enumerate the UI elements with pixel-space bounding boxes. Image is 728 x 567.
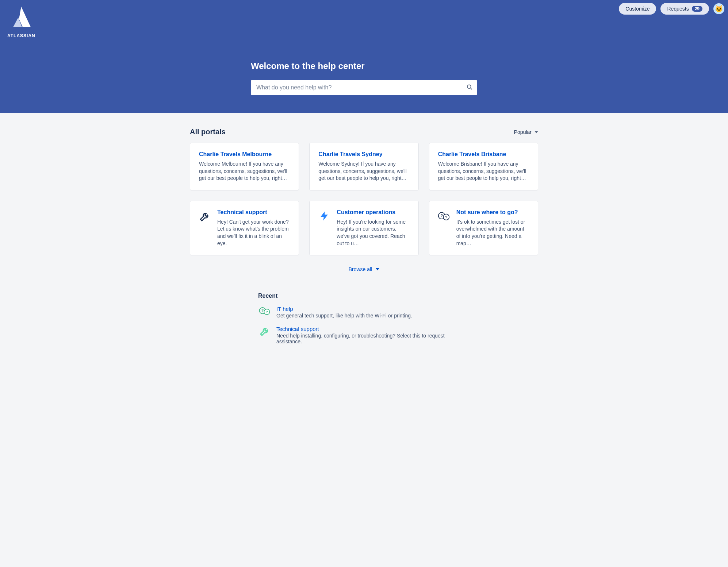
customize-button[interactable]: Customize [619, 3, 656, 15]
portal-card-customer-operations[interactable]: Customer operations Hey! If you're looki… [309, 201, 418, 255]
wrench-icon [198, 211, 211, 222]
hero-banner: ATLASSIAN Customize Requests 29 🐱 Welcom… [0, 0, 728, 113]
wrench-icon [258, 326, 271, 337]
recent-item-technical-support[interactable]: Technical support Need help installing, … [258, 326, 470, 344]
browse-all-button[interactable]: Browse all [349, 266, 380, 272]
sort-dropdown[interactable]: Popular [514, 129, 538, 135]
portal-card-desc: Hey! Can't get your work done? Let us kn… [217, 219, 291, 247]
brand-logo-block: ATLASSIAN [7, 5, 35, 38]
recent-section: Recent ? ? IT help Get general tech supp… [258, 293, 470, 344]
portal-card-desc: Welcome Melbourne! If you have any quest… [199, 161, 290, 182]
search-icon [466, 84, 473, 92]
portal-card-title: Technical support [217, 209, 291, 216]
portal-card-title: Customer operations [337, 209, 410, 216]
svg-text:?: ? [445, 215, 447, 219]
recent-heading: Recent [258, 293, 470, 299]
requests-button[interactable]: Requests 29 [660, 3, 709, 15]
question-bubbles-icon: ? ? [258, 306, 271, 317]
browse-all-row: Browse all [190, 266, 538, 272]
svg-line-1 [471, 88, 472, 89]
header-actions: Customize Requests 29 🐱 [619, 3, 724, 15]
requests-button-label: Requests [667, 6, 689, 12]
brand-name: ATLASSIAN [7, 33, 35, 38]
portal-card-title: Charlie Travels Brisbane [438, 151, 529, 158]
main-content: All portals Popular Charlie Travels Melb… [187, 113, 541, 366]
svg-text:?: ? [266, 310, 268, 314]
portals-heading: All portals [190, 128, 226, 136]
portal-card-desc: Welcome Sydney! If you have any question… [318, 161, 409, 182]
page-title: Welcome to the help center [251, 61, 477, 71]
recent-item-desc: Need help installing, configuring, or tr… [276, 333, 470, 344]
atlassian-logo-icon [9, 5, 34, 31]
portal-card-not-sure[interactable]: ? ? Not sure where to go? It's ok to som… [429, 201, 538, 255]
portal-card-desc: It's ok to sometimes get lost or overwhe… [456, 219, 530, 247]
customize-button-label: Customize [625, 6, 650, 12]
browse-all-label: Browse all [349, 266, 372, 272]
portal-card-title: Not sure where to go? [456, 209, 530, 216]
portal-card-technical-support[interactable]: Technical support Hey! Can't get your wo… [190, 201, 299, 255]
recent-item-title: Technical support [276, 326, 470, 332]
user-avatar[interactable]: 🐱 [713, 3, 724, 14]
search-box [251, 80, 477, 95]
recent-item-it-help[interactable]: ? ? IT help Get general tech support, li… [258, 306, 470, 319]
recent-item-title: IT help [276, 306, 412, 312]
question-bubbles-icon: ? ? [437, 211, 451, 222]
portals-grid: Charlie Travels Melbourne Welcome Melbou… [190, 143, 538, 255]
recent-item-desc: Get general tech support, like help with… [276, 313, 412, 319]
portal-card-title: Charlie Travels Melbourne [199, 151, 290, 158]
requests-count-badge: 29 [692, 6, 702, 12]
portal-card-title: Charlie Travels Sydney [318, 151, 409, 158]
portal-card-sydney[interactable]: Charlie Travels Sydney Welcome Sydney! I… [309, 143, 418, 190]
chevron-down-icon [534, 131, 538, 133]
search-input[interactable] [251, 80, 477, 95]
bolt-icon [318, 211, 331, 221]
svg-text:?: ? [261, 309, 264, 313]
chevron-down-icon [376, 268, 379, 270]
sort-label: Popular [514, 129, 532, 135]
hero-inner: Welcome to the help center [251, 4, 477, 95]
svg-text:?: ? [440, 213, 443, 218]
portal-card-desc: Hey! If you're looking for some insights… [337, 219, 410, 247]
portal-card-desc: Welcome Brisbane! If you have any questi… [438, 161, 529, 182]
portals-header: All portals Popular [190, 128, 538, 136]
portal-card-melbourne[interactable]: Charlie Travels Melbourne Welcome Melbou… [190, 143, 299, 190]
avatar-icon: 🐱 [715, 5, 723, 12]
svg-point-0 [467, 85, 471, 89]
portal-card-brisbane[interactable]: Charlie Travels Brisbane Welcome Brisban… [429, 143, 538, 190]
